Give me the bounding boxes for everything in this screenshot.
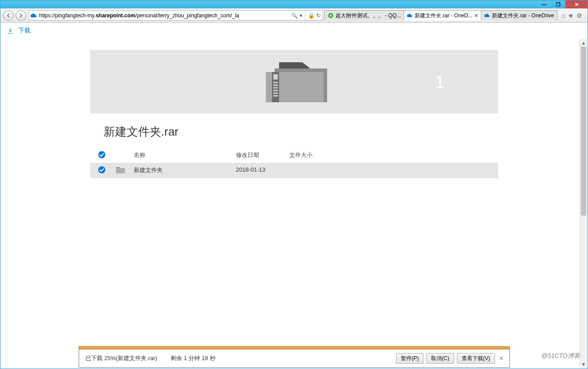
- content-panel: 1 新建文件夹.rar 名称 修改日期 文件大小 新建文件夹 2018-01-1…: [90, 50, 498, 178]
- page-title: 新建文件夹.rar: [90, 113, 498, 147]
- nav-back-button[interactable]: [3, 10, 14, 21]
- row-name: 新建文件夹: [134, 166, 236, 175]
- lock-icon: 🔒: [308, 12, 315, 19]
- home-icon[interactable]: ⌂: [562, 12, 565, 19]
- watermark: @51CTO博客: [541, 352, 580, 360]
- svg-rect-12: [273, 95, 278, 96]
- item-count: 1: [435, 72, 444, 92]
- row-checkbox[interactable]: [98, 166, 105, 173]
- window-titlebar: — ❐ ✕: [0, 0, 588, 8]
- search-icon[interactable]: 🔍: [291, 12, 298, 19]
- tab-qq[interactable]: 超大附件测试。。。 - QQ...: [324, 10, 404, 20]
- minimize-button[interactable]: —: [537, 0, 551, 8]
- onedrive-icon: [407, 12, 413, 19]
- scroll-up-icon[interactable]: ▲: [580, 39, 587, 47]
- svg-rect-6: [273, 74, 278, 80]
- row-date: 2018-01-13: [236, 166, 289, 175]
- tab-label: 超大附件测试。。。 - QQ...: [336, 12, 401, 20]
- column-headers: 名称 修改日期 文件大小: [90, 147, 498, 163]
- forward-arrow-icon: [19, 13, 23, 18]
- onedrive-icon: [30, 12, 37, 19]
- scroll-down-icon[interactable]: ▼: [580, 361, 587, 368]
- col-size[interactable]: 文件大小: [289, 151, 343, 159]
- tab-strip: 超大附件测试。。。 - QQ... 新建文件夹.rar - OneD... ✕ …: [325, 10, 557, 20]
- download-icon: [7, 27, 14, 34]
- select-all-checkbox[interactable]: [98, 151, 105, 158]
- onedrive-icon: [484, 12, 490, 19]
- download-action[interactable]: 下载: [18, 27, 31, 35]
- svg-point-1: [329, 15, 332, 17]
- table-row[interactable]: 新建文件夹 2018-01-13: [90, 163, 498, 178]
- tab-onedrive-2[interactable]: 新建文件夹.rar - OneDrive: [481, 10, 557, 20]
- download-notification-bar: 已下载 25%(新建文件夹.rar) 剩余 1 分钟 18 秒 暂停(P) 取消…: [79, 349, 510, 368]
- browser-nav-bar: https://pingfangtech-my.sharepoint.com/p…: [0, 8, 588, 23]
- address-bar[interactable]: https://pingfangtech-my.sharepoint.com/p…: [28, 10, 323, 20]
- download-remaining: 剩余 1 分钟 18 秒: [171, 354, 216, 362]
- url-text: https://pingfangtech-my.sharepoint.com/p…: [39, 12, 291, 19]
- svg-rect-9: [273, 87, 278, 88]
- tab-close-icon[interactable]: ✕: [474, 13, 478, 19]
- pause-button[interactable]: 暂停(P): [396, 353, 424, 364]
- folder-icon: [116, 166, 125, 173]
- col-name[interactable]: 名称: [134, 151, 236, 159]
- settings-icon[interactable]: ⚙: [576, 12, 582, 19]
- download-status: 已下载 25%(新建文件夹.rar): [85, 354, 157, 362]
- back-arrow-icon: [6, 13, 11, 18]
- dismiss-button[interactable]: ×: [500, 355, 503, 362]
- svg-marker-2: [279, 62, 310, 68]
- archive-folder-icon: [261, 60, 327, 104]
- dropdown-icon[interactable]: ▾: [300, 12, 302, 19]
- svg-rect-10: [273, 90, 278, 91]
- nav-forward-button[interactable]: [16, 10, 26, 21]
- refresh-icon[interactable]: ↻: [316, 12, 321, 19]
- qq-icon: [328, 12, 334, 19]
- svg-rect-11: [273, 92, 278, 94]
- close-button[interactable]: ✕: [565, 0, 588, 8]
- col-date[interactable]: 修改日期: [236, 151, 289, 159]
- tab-label: 新建文件夹.rar - OneD...: [415, 12, 472, 20]
- maximize-button[interactable]: ❐: [551, 0, 565, 8]
- page-toolbar: 下载: [0, 23, 588, 39]
- cancel-button[interactable]: 取消(C): [426, 353, 454, 364]
- view-downloads-button[interactable]: 查看下载(V): [457, 353, 495, 364]
- row-size: [289, 166, 343, 175]
- svg-rect-8: [273, 84, 278, 86]
- banner: 1: [90, 50, 498, 113]
- tab-onedrive-active[interactable]: 新建文件夹.rar - OneD... ✕: [404, 10, 481, 20]
- tab-label: 新建文件夹.rar - OneDrive: [492, 12, 554, 20]
- scroll-thumb[interactable]: [581, 47, 586, 216]
- favorites-icon[interactable]: ★: [568, 12, 574, 19]
- svg-rect-7: [273, 82, 278, 83]
- vertical-scrollbar[interactable]: ▲ ▼: [580, 39, 587, 368]
